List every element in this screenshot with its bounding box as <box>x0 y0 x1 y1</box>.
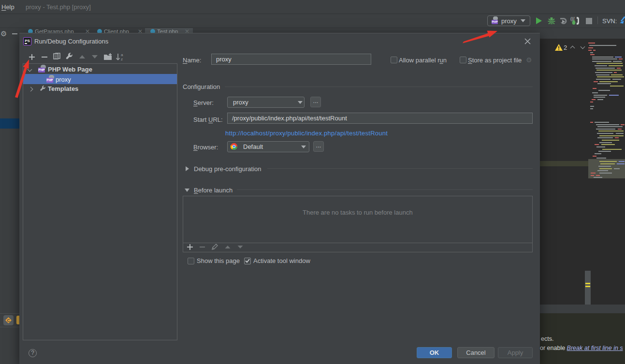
svg-text:C: C <box>7 318 10 323</box>
svg-text:z: z <box>121 57 123 61</box>
svg-text:a: a <box>121 53 123 57</box>
